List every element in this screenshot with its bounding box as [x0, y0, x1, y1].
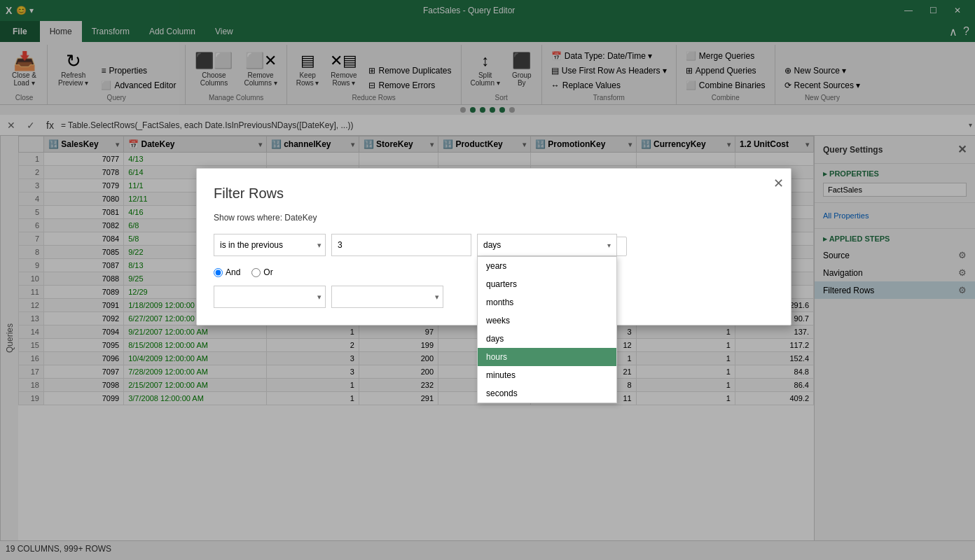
- radio-or-label[interactable]: Or: [251, 267, 272, 277]
- unit-dropdown-button[interactable]: days ▾: [477, 234, 617, 256]
- condition-select-wrapper: is in the previous is is not is before i…: [214, 234, 326, 256]
- condition2-select[interactable]: [214, 286, 326, 308]
- radio-and-label[interactable]: And: [214, 267, 240, 277]
- condition-select[interactable]: is in the previous is is not is before i…: [214, 234, 326, 256]
- modal-title: Filter Rows: [214, 186, 774, 202]
- unit-option-minutes[interactable]: minutes: [478, 366, 616, 384]
- condition2-select-wrapper: [214, 286, 326, 308]
- unit-option-days[interactable]: days: [478, 330, 616, 348]
- modal-close-button[interactable]: ✕: [773, 176, 784, 191]
- unit-option-weeks[interactable]: weeks: [478, 312, 616, 330]
- unit-option-years[interactable]: years: [478, 257, 616, 275]
- radio-and-input[interactable]: [214, 268, 223, 277]
- unit-dropdown-list: years quarters months weeks days hours m…: [477, 256, 617, 403]
- modal-overlay: ✕ Filter Rows Show rows where: DateKey i…: [0, 0, 975, 560]
- unit-option-quarters[interactable]: quarters: [478, 275, 616, 293]
- unit-dropdown-selected: days: [483, 240, 501, 250]
- value2-select-wrapper: [331, 286, 443, 308]
- filter-row-1: is in the previous is is not is before i…: [214, 234, 774, 256]
- unit-option-seconds[interactable]: seconds: [478, 384, 616, 402]
- condition-value-input[interactable]: [331, 234, 471, 256]
- unit-option-hours[interactable]: hours: [478, 348, 616, 366]
- unit-dropdown-container: days ▾ years quarters months weeks days …: [477, 234, 617, 256]
- unit-dropdown-arrow-icon: ▾: [607, 241, 611, 249]
- modal-subtitle: Show rows where: DateKey: [214, 213, 774, 223]
- value2-select[interactable]: [331, 286, 443, 308]
- filter-rows-modal: ✕ Filter Rows Show rows where: DateKey i…: [196, 168, 791, 326]
- unit-option-months[interactable]: months: [478, 293, 616, 312]
- radio-or-input[interactable]: [251, 268, 261, 277]
